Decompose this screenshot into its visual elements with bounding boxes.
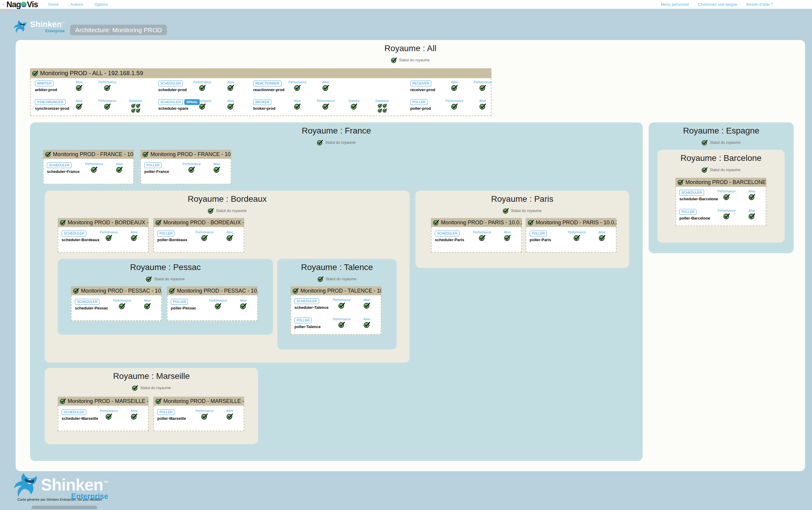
map-node-scheduler-Paris[interactable]: SCHEDULERscheduler-ParisPerformanceAlive — [435, 230, 520, 242]
status-ok-icon[interactable] — [322, 103, 329, 110]
status-ok-icon[interactable] — [749, 194, 755, 200]
monitoring-box-header[interactable]: Monitoring PROD - MARSEILLE - ... — [58, 397, 149, 406]
realm-status-ok-icon[interactable] — [208, 208, 214, 214]
menu-item-actions[interactable]: Actions — [70, 2, 83, 7]
status-ok-icon[interactable] — [723, 213, 730, 219]
realm-status-ok-icon[interactable] — [391, 57, 397, 63]
status-ok-icon[interactable] — [91, 166, 97, 173]
node-name[interactable]: scheduler-Pessac — [75, 306, 110, 310]
status-ok-icon[interactable] — [451, 85, 458, 91]
monitoring-box-header[interactable]: Monitoring PROD - BORDEAUX - ... — [153, 218, 244, 227]
status-ok-icon[interactable] — [116, 166, 123, 173]
realm-status-ok-icon[interactable] — [318, 276, 324, 282]
monitoring-box-header[interactable]: Monitoring PROD - BORDEAUX - ... — [58, 218, 149, 227]
node-name[interactable]: scheduler-prod — [158, 88, 188, 92]
node-name[interactable]: reactionner-prod — [253, 88, 283, 92]
menu-item-ouvrir[interactable]: Ouvrir — [48, 2, 59, 7]
status-ok-icon[interactable] — [227, 235, 233, 241]
node-name[interactable]: scheduler-Talence — [294, 305, 329, 310]
map-node-poller-Pessac[interactable]: POLLERpoller-PessacPerformanceAlive — [171, 298, 256, 310]
node-name[interactable]: poller-Marseille — [157, 416, 192, 421]
map-node-scheduler-Pessac[interactable]: SCHEDULERscheduler-PessacPerformanceAliv… — [75, 298, 160, 310]
status-ok-icon[interactable] — [479, 235, 485, 241]
node-name[interactable]: scheduler-spare — [158, 106, 188, 111]
status-ok-icon[interactable] — [294, 103, 301, 110]
status-ok-icon[interactable] — [76, 103, 82, 110]
map-node-reactionner-prod[interactable]: REACTIONNERreactionner-prodPerformanceAl… — [253, 80, 340, 92]
map-node-poller-prod[interactable]: POLLERpoller-prodPerformanceAlive — [410, 99, 497, 111]
realm-status-ok-icon[interactable] — [132, 385, 138, 391]
status-ok-icon[interactable] — [215, 303, 221, 309]
nagvis-logo[interactable]: Nag Vis — [6, 0, 38, 9]
map-node-scheduler-Talence[interactable]: SCHEDULERscheduler-TalencePerformanceAli… — [294, 298, 380, 310]
monitoring-box-header[interactable]: Monitoring PROD - FRANCE - 10.... — [140, 150, 231, 159]
map-node-poller-Marseille[interactable]: POLLERpoller-MarseillePerformanceAlive — [157, 409, 242, 421]
sidebar-collapse-icon[interactable]: « — [2, 2, 4, 7]
status-ok-icon[interactable] — [106, 235, 112, 241]
realm-status-ok-icon[interactable] — [702, 140, 708, 146]
status-ok-icon[interactable] — [451, 103, 458, 110]
map-node-scheduler-France[interactable]: SCHEDULERscheduler-FrancePerformanceAliv… — [47, 162, 132, 174]
node-name[interactable]: scheduler-Marseille — [62, 416, 96, 421]
status-ok-icon[interactable] — [104, 103, 111, 110]
status-ok-icon[interactable] — [76, 85, 82, 91]
status-ok-icon[interactable] — [599, 235, 605, 241]
status-ok-icon[interactable] — [131, 235, 138, 241]
node-name[interactable]: poller-France — [144, 169, 179, 174]
realm-status-ok-icon[interactable] — [702, 167, 708, 173]
status-ok-icon[interactable] — [144, 303, 151, 309]
map-node-arbiter-prod[interactable]: ARBITERarbiter-prodAlivePerformance — [35, 80, 121, 92]
node-name[interactable]: scheduler-Barcelone — [679, 197, 714, 201]
map-node-scheduler-Bordeaux[interactable]: SCHEDULERscheduler-BordeauxPerformanceAl… — [62, 230, 147, 242]
status-ok-icon[interactable] — [504, 235, 511, 241]
node-name[interactable]: broker-prod — [253, 106, 283, 111]
monitoring-box-header[interactable]: Monitoring PROD - ALL - 192.168.1.59 — [30, 68, 491, 78]
status-ok-icon[interactable] — [338, 302, 345, 309]
node-name[interactable]: poller-Bordeaux — [157, 238, 192, 242]
monitoring-box-header[interactable]: Monitoring PROD - PESSAC - 10.0... — [71, 286, 162, 295]
map-node-poller-Bordeaux[interactable]: POLLERpoller-BordeauxPerformanceAlive — [157, 230, 242, 242]
status-ok-icon[interactable] — [338, 322, 345, 328]
map-node-poller-Barcelone[interactable]: POLLERpoller-BarcelonePerformanceAlive — [679, 208, 764, 220]
status-ok-icon[interactable] — [199, 103, 206, 110]
status-ok-icon[interactable] — [240, 303, 246, 309]
map-node-poller-France[interactable]: POLLERpoller-FrancePerformanceAlive — [144, 162, 229, 174]
status-ok-icon[interactable] — [364, 322, 370, 328]
status-ok-grid-icon[interactable] — [378, 103, 387, 113]
map-node-scheduler-spare[interactable]: SCHEDULERSPAREscheduler-sparePerformance… — [158, 99, 245, 111]
status-ok-icon[interactable] — [104, 85, 111, 91]
monitoring-box-header[interactable]: Monitoring PROD - FRANCE - 10.... — [43, 150, 134, 159]
status-ok-icon[interactable] — [322, 85, 329, 91]
node-name[interactable]: arbiter-prod — [35, 88, 65, 92]
menu-item-options[interactable]: Options — [94, 2, 108, 7]
menu-item-langue[interactable]: Choisissez une langue — [698, 2, 737, 7]
status-ok-icon[interactable] — [480, 85, 486, 91]
monitoring-box-header[interactable]: Monitoring PROD - PARIS - 10.0.2.1 — [431, 218, 522, 227]
status-ok-icon[interactable] — [480, 103, 486, 110]
map-node-scheduler-Marseille[interactable]: SCHEDULERscheduler-MarseillePerformanceA… — [62, 409, 147, 421]
node-name[interactable]: scheduler-Bordeaux — [62, 238, 96, 242]
node-name[interactable]: poller-Barcelone — [679, 216, 714, 220]
status-ok-icon[interactable] — [201, 413, 208, 420]
realm-status-ok-icon[interactable] — [317, 140, 323, 146]
status-ok-icon[interactable] — [351, 103, 357, 110]
status-ok-icon[interactable] — [199, 85, 206, 91]
status-ok-icon[interactable] — [106, 413, 112, 420]
node-name[interactable]: receiver-prod — [410, 88, 440, 92]
map-node-receiver-prod[interactable]: RECEIVERreceiver-prodAlivePerformance — [410, 80, 497, 92]
monitoring-box-header[interactable]: Monitoring PROD - PESSAC - 10.0... — [167, 286, 258, 295]
status-ok-icon[interactable] — [119, 303, 125, 309]
status-ok-grid-icon[interactable] — [131, 103, 140, 113]
status-ok-icon[interactable] — [227, 413, 233, 420]
monitoring-box-header[interactable]: Monitoring PROD - PARIS - 10.0.2.2 — [526, 218, 616, 227]
status-ok-icon[interactable] — [213, 166, 220, 173]
node-name[interactable]: synchronizer-prod — [35, 106, 65, 111]
map-node-broker-prod[interactable]: BROKERbroker-prodAlivePerformanceQueuesD… — [253, 99, 396, 113]
map-node-synchronizer-prod[interactable]: SYNCHRONIZERsynchronizer-prodAlivePerfor… — [35, 99, 150, 113]
map-node-poller-Paris[interactable]: POLLERpoller-ParisPerformanceAlive — [530, 230, 615, 242]
status-ok-icon[interactable] — [574, 235, 580, 241]
node-name[interactable]: poller-Talence — [294, 325, 329, 329]
status-ok-icon[interactable] — [188, 166, 195, 173]
status-ok-icon[interactable] — [364, 302, 370, 309]
node-name[interactable]: poller-prod — [410, 106, 440, 111]
